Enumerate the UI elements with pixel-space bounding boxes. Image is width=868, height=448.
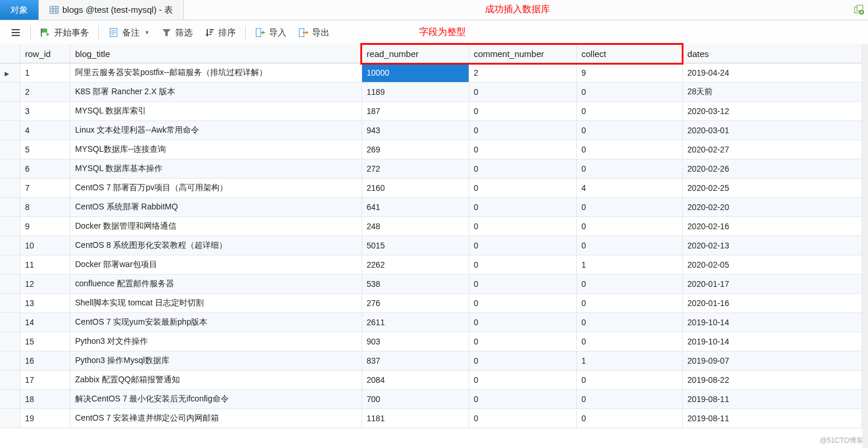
cell-dates[interactable]: 2020-03-01 xyxy=(682,121,862,140)
cell-read-number[interactable]: 10000 xyxy=(362,63,469,83)
cell-dates[interactable]: 2020-02-27 xyxy=(682,140,862,159)
cell-row-id[interactable]: 12 xyxy=(20,275,70,294)
table-row[interactable]: 9Docker 数据管理和网络通信248002020-02-16 xyxy=(0,217,862,236)
cell-comment-number[interactable]: 0 xyxy=(469,102,576,121)
row-marker[interactable] xyxy=(0,313,20,332)
cell-dates[interactable]: 2019-08-11 xyxy=(682,409,862,428)
row-marker[interactable] xyxy=(0,140,20,159)
cell-blog-title[interactable]: CentOS 7 实现yum安装最新php版本 xyxy=(70,313,362,332)
cell-read-number[interactable]: 5015 xyxy=(362,236,469,255)
cell-read-number[interactable]: 276 xyxy=(362,294,469,313)
cell-read-number[interactable]: 2262 xyxy=(362,255,469,275)
table-row[interactable]: 11Docker 部署war包项目2262012020-02-05 xyxy=(0,255,862,275)
cell-row-id[interactable]: 4 xyxy=(20,121,70,140)
cell-collect[interactable]: 0 xyxy=(576,217,682,236)
cell-read-number[interactable]: 2611 xyxy=(362,313,469,332)
cell-collect[interactable]: 0 xyxy=(576,198,682,217)
cell-blog-title[interactable]: Docker 部署war包项目 xyxy=(70,255,362,275)
cell-row-id[interactable]: 8 xyxy=(20,198,70,217)
table-row[interactable]: 5MYSQL数据库--连接查询269002020-02-27 xyxy=(0,140,862,159)
cell-collect[interactable]: 0 xyxy=(576,390,682,409)
cell-collect[interactable]: 0 xyxy=(576,102,682,121)
cell-dates[interactable]: 2019-10-14 xyxy=(682,332,862,351)
cell-blog-title[interactable]: Docker 数据管理和网络通信 xyxy=(70,217,362,236)
cell-row-id[interactable]: 2 xyxy=(20,83,70,102)
table-row[interactable]: 3MYSQL 数据库索引187002020-03-12 xyxy=(0,102,862,121)
cell-collect[interactable]: 0 xyxy=(576,294,682,313)
cell-blog-title[interactable]: K8S 部署 Rancher 2.X 版本 xyxy=(70,83,362,102)
cell-comment-number[interactable]: 0 xyxy=(469,83,576,102)
cell-read-number[interactable]: 837 xyxy=(362,351,469,371)
cell-blog-title[interactable]: CentOS 7 安装禅道并绑定公司内网邮箱 xyxy=(70,409,362,428)
export-button[interactable]: 导出 xyxy=(292,25,335,41)
cell-blog-title[interactable]: MYSQL 数据库索引 xyxy=(70,102,362,121)
table-row[interactable]: 13Shell脚本实现 tomcat 日志定时切割276002020-01-16 xyxy=(0,294,862,313)
cell-collect[interactable]: 9 xyxy=(576,63,682,83)
cell-read-number[interactable]: 943 xyxy=(362,121,469,140)
cell-collect[interactable]: 0 xyxy=(576,409,682,428)
cell-blog-title[interactable]: CentOS 系统部署 RabbitMQ xyxy=(70,198,362,217)
cell-dates[interactable]: 2020-02-25 xyxy=(682,179,862,198)
table-row[interactable]: 19CentOS 7 安装禅道并绑定公司内网邮箱1181002019-08-11 xyxy=(0,409,862,428)
cell-dates[interactable]: 2020-02-16 xyxy=(682,217,862,236)
cell-read-number[interactable]: 700 xyxy=(362,390,469,409)
cell-dates[interactable]: 2019-08-22 xyxy=(682,371,862,390)
cell-collect[interactable]: 4 xyxy=(576,179,682,198)
table-row[interactable]: 16Python3 操作Mysql数据库837012019-09-07 xyxy=(0,351,862,371)
cell-dates[interactable]: 2020-01-16 xyxy=(682,294,862,313)
vertical-scrollbar[interactable] xyxy=(862,44,868,448)
import-button[interactable]: 导入 xyxy=(249,25,292,41)
cell-row-id[interactable]: 19 xyxy=(20,409,70,428)
cell-collect[interactable]: 0 xyxy=(576,121,682,140)
cell-read-number[interactable]: 2160 xyxy=(362,179,469,198)
cell-collect[interactable]: 0 xyxy=(576,371,682,390)
cell-row-id[interactable]: 18 xyxy=(20,390,70,409)
col-header-collect[interactable]: collect xyxy=(576,44,682,63)
row-marker[interactable] xyxy=(0,332,20,351)
cell-dates[interactable]: 2019-08-11 xyxy=(682,390,862,409)
table-row[interactable]: 4Linux 文本处理利器--Awk常用命令943002020-03-01 xyxy=(0,121,862,140)
cell-collect[interactable]: 0 xyxy=(576,332,682,351)
cell-comment-number[interactable]: 0 xyxy=(469,121,576,140)
cell-comment-number[interactable]: 2 xyxy=(469,63,576,83)
table-row[interactable]: 15Python3 对文件操作903002019-10-14 xyxy=(0,332,862,351)
filter-button[interactable]: 筛选 xyxy=(155,25,199,41)
cell-dates[interactable]: 2020-02-13 xyxy=(682,236,862,255)
table-row[interactable]: 8CentOS 系统部署 RabbitMQ641002020-02-20 xyxy=(0,198,862,217)
row-marker[interactable] xyxy=(0,63,20,83)
row-marker[interactable] xyxy=(0,390,20,409)
cell-collect[interactable]: 0 xyxy=(576,140,682,159)
cell-row-id[interactable]: 14 xyxy=(20,313,70,332)
row-marker[interactable] xyxy=(0,294,20,313)
row-marker[interactable] xyxy=(0,275,20,294)
cell-dates[interactable]: 2020-02-05 xyxy=(682,255,862,275)
row-marker[interactable] xyxy=(0,198,20,217)
cell-comment-number[interactable]: 0 xyxy=(469,313,576,332)
menu-button[interactable] xyxy=(5,25,27,40)
cell-read-number[interactable]: 538 xyxy=(362,275,469,294)
cell-row-id[interactable]: 15 xyxy=(20,332,70,351)
cell-collect[interactable]: 0 xyxy=(576,83,682,102)
cell-dates[interactable]: 2020-02-20 xyxy=(682,198,862,217)
cell-row-id[interactable]: 17 xyxy=(20,371,70,390)
cell-dates[interactable]: 28天前 xyxy=(682,83,862,102)
cell-read-number[interactable]: 641 xyxy=(362,198,469,217)
cell-collect[interactable]: 0 xyxy=(576,236,682,255)
row-marker[interactable] xyxy=(0,409,20,428)
row-marker[interactable] xyxy=(0,255,20,275)
cell-collect[interactable]: 0 xyxy=(576,159,682,179)
cell-read-number[interactable]: 2084 xyxy=(362,371,469,390)
cell-dates[interactable]: 2019-04-24 xyxy=(682,63,862,83)
begin-transaction-button[interactable]: 开始事务 xyxy=(34,25,95,41)
cell-row-id[interactable]: 7 xyxy=(20,179,70,198)
cell-blog-title[interactable]: Python3 对文件操作 xyxy=(70,332,362,351)
table-row[interactable]: 14CentOS 7 实现yum安装最新php版本2611002019-10-1… xyxy=(0,313,862,332)
cell-comment-number[interactable]: 0 xyxy=(469,159,576,179)
cell-blog-title[interactable]: CentOS 7 部署百万pv项目（高可用架构） xyxy=(70,179,362,198)
table-row[interactable]: 18解决CentOS 7 最小化安装后无ifconfig命令700002019-… xyxy=(0,390,862,409)
cell-comment-number[interactable]: 0 xyxy=(469,140,576,159)
cell-comment-number[interactable]: 0 xyxy=(469,217,576,236)
cell-collect[interactable]: 1 xyxy=(576,351,682,371)
cell-read-number[interactable]: 248 xyxy=(362,217,469,236)
cell-row-id[interactable]: 1 xyxy=(20,63,70,83)
